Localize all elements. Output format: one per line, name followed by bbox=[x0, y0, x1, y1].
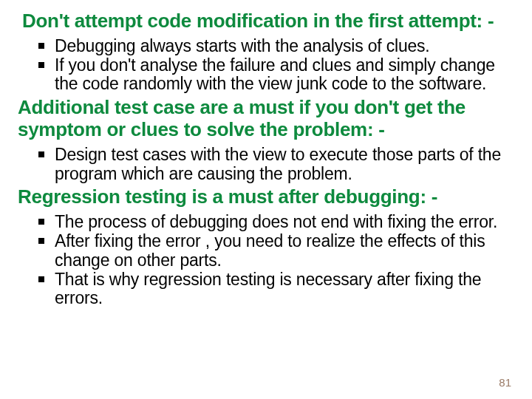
list-item: That is why regression testing is necess… bbox=[41, 270, 514, 309]
page-number: 81 bbox=[499, 376, 511, 389]
section-heading: Don't attempt code modification in the f… bbox=[18, 10, 514, 33]
bullet-list: The process of debugging does not end wi… bbox=[18, 213, 514, 308]
section-heading: Regression testing is a must after debug… bbox=[18, 186, 514, 208]
bullet-list: Design test cases with the view to execu… bbox=[18, 146, 514, 184]
section-heading: Additional test case are a must if you d… bbox=[18, 97, 514, 141]
list-item: The process of debugging does not end wi… bbox=[41, 213, 514, 232]
slide-content: Don't attempt code modification in the f… bbox=[18, 10, 514, 308]
list-item: Debugging always starts with the analysi… bbox=[41, 37, 514, 56]
list-item: After fixing the error , you need to rea… bbox=[41, 232, 514, 270]
bullet-list: Debugging always starts with the analysi… bbox=[18, 37, 514, 94]
list-item: Design test cases with the view to execu… bbox=[41, 146, 514, 184]
list-item: If you don't analyse the failure and clu… bbox=[41, 56, 514, 95]
